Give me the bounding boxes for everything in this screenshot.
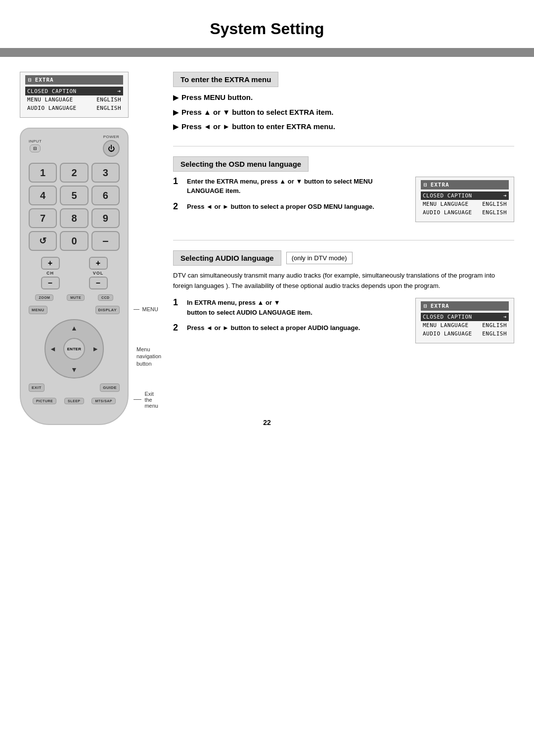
menu-row-audio-top: AUDIO LANGUAGE ENGLISH (25, 104, 123, 112)
audio-menu-lang: MENU LANGUAGE ENGLISH (421, 321, 509, 330)
power-button[interactable]: ⏻ (103, 140, 120, 157)
input-button[interactable]: ⊟ (30, 144, 41, 152)
nav-right-arrow[interactable]: ► (92, 345, 99, 353)
exit-btn[interactable]: EXIT (29, 383, 44, 392)
page-title: System Setting (0, 0, 534, 48)
section-extra-menu: To enter the EXTRA menu ▶ Press MENU but… (173, 72, 514, 146)
step-enter-extra: ▶ Press ◄ or ► button to enter EXTRA men… (173, 121, 514, 132)
extra-menu-header: To enter the EXTRA menu (173, 72, 278, 87)
menu-header-label-top: EXTRA (35, 77, 54, 83)
enter-btn[interactable]: ENTER (63, 338, 85, 360)
step-select-extra: ▶ Press ▲ or ▼ button to select EXTRA it… (173, 107, 514, 118)
menu-btn[interactable]: MENU (29, 306, 47, 314)
osd-step-2: 2 Press ◄ or ► button to select a proper… (173, 202, 405, 212)
section-osd: Selecting the OSD menu language 1 Enter … (173, 156, 514, 240)
mts-btn[interactable]: MTS/SAP (91, 398, 116, 404)
gray-bar (0, 48, 534, 57)
ch-minus-btn[interactable]: – (41, 277, 60, 289)
menu-box-osd: ⊟ EXTRA CLOSED CAPTION ➔ MENU LANGUAGE E… (415, 177, 514, 222)
exit-callout: Exit the menu (144, 391, 158, 409)
osd-step-1: 1 Enter the EXTRA menu, press ▲ or ▼ but… (173, 177, 405, 196)
vol-label: VOL (93, 271, 104, 276)
menu-box-audio: ⊟ EXTRA CLOSED CAPTION ➔ MENU LANGUAGE E… (415, 298, 514, 343)
btn-dash[interactable]: – (91, 231, 120, 251)
btn-5[interactable]: 5 (60, 186, 88, 205)
btn-repeat[interactable]: ↺ (29, 231, 57, 251)
btn-3[interactable]: 3 (91, 163, 120, 183)
nav-ring: ▲ ▼ ◄ ► ENTER (44, 319, 104, 378)
zoom-btn[interactable]: ZOOM (35, 294, 53, 301)
menu-box-top: ⊟ EXTRA CLOSED CAPTION ➔ MENU LANGUAGE E… (20, 72, 129, 118)
ch-label: CH (46, 271, 54, 276)
osd-menu-lang: MENU LANGUAGE ENGLISH (421, 200, 509, 208)
vol-minus-btn[interactable]: – (89, 277, 108, 289)
osd-menu-cc: CLOSED CAPTION ➔ (421, 191, 509, 200)
only-dtv-label: (only in DTV mode) (286, 252, 353, 264)
audio-menu-audio: AUDIO LANGUAGE ENGLISH (421, 330, 509, 338)
menu-icon-top: ⊟ (28, 77, 32, 83)
nav-up-arrow[interactable]: ▲ (71, 324, 78, 332)
display-btn[interactable]: DISPLAY (95, 306, 120, 314)
remote-control: INPUT ⊟ POWER ⏻ 1 2 3 4 5 6 7 8 (20, 128, 129, 425)
btn-0[interactable]: 0 (60, 231, 88, 251)
btn-7[interactable]: 7 (29, 208, 57, 228)
menu-nav-callout: Menu navigationbutton (136, 346, 161, 367)
nav-left-arrow[interactable]: ◄ (49, 345, 56, 353)
input-label: INPUT (29, 139, 42, 143)
numpad: 1 2 3 4 5 6 7 8 9 ↺ 0 – (29, 163, 120, 251)
audio-menu-cc: CLOSED CAPTION ➔ (421, 313, 509, 321)
btn-9[interactable]: 9 (91, 208, 120, 228)
vol-plus-btn[interactable]: + (89, 257, 108, 270)
audio-header: Selecting AUDIO language (173, 250, 281, 266)
section-audio: Selecting AUDIO language (only in DTV mo… (173, 250, 514, 344)
audio-desc: DTV can simultaneously transmit many aud… (173, 271, 514, 291)
ccd-btn[interactable]: CCD (98, 294, 113, 301)
step-press-menu: ▶ Press MENU button. (173, 92, 514, 103)
picture-btn[interactable]: PICTURE (33, 398, 56, 404)
btn-8[interactable]: 8 (60, 208, 88, 228)
menu-callout: MENU (142, 306, 158, 312)
menu-row-cc-top: CLOSED CAPTION ➔ (25, 87, 123, 95)
btn-4[interactable]: 4 (29, 186, 57, 205)
mute-btn[interactable]: MUTE (67, 294, 85, 301)
nav-down-arrow[interactable]: ▼ (71, 366, 78, 374)
power-label: POWER (103, 135, 120, 139)
btn-6[interactable]: 6 (91, 186, 120, 205)
btn-1[interactable]: 1 (29, 163, 57, 183)
guide-btn[interactable]: GUIDE (100, 383, 120, 392)
ch-plus-btn[interactable]: + (41, 257, 60, 270)
sleep-btn[interactable]: SLEEP (64, 398, 84, 404)
audio-step-2: 2 Press ◄ or ► button to select a proper… (173, 323, 405, 333)
osd-header: Selecting the OSD menu language (173, 156, 309, 172)
osd-menu-audio: AUDIO LANGUAGE ENGLISH (421, 208, 509, 217)
menu-row-lang-top: MENU LANGUAGE ENGLISH (25, 95, 123, 104)
audio-step-1: 1 In EXTRA menu, press ▲ or ▼ button to … (173, 298, 405, 317)
btn-2[interactable]: 2 (60, 163, 88, 183)
